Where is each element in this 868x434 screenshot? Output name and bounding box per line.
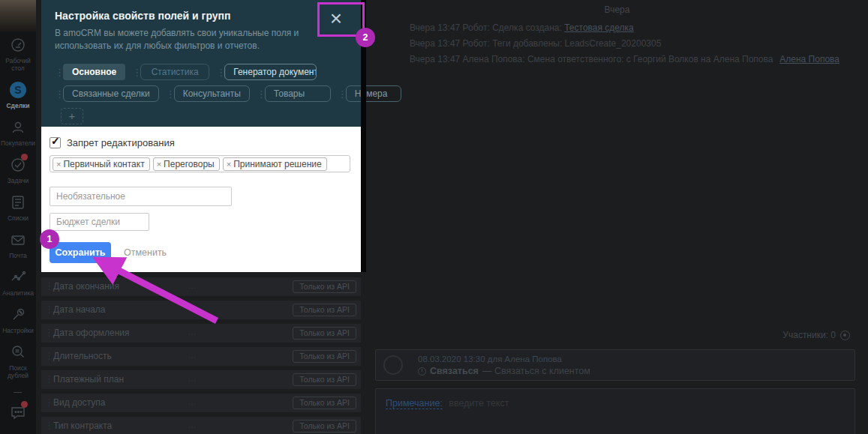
api-only-badge: Только из API [293,350,356,363]
note-input-box[interactable]: Примечание: введите текст [375,388,855,434]
drag-handle-icon[interactable]: ⋮ [55,67,61,78]
sidebar-item-tasks[interactable]: Задачи [0,151,36,189]
api-only-badge: Только из API [293,304,356,316]
note-placeholder: введите текст [449,398,509,409]
remove-tag-icon[interactable]: × [56,160,61,169]
buyers-icon [0,119,36,137]
sidebar-item-desktop[interactable]: Рабочий стол [0,31,36,76]
field-name-input[interactable] [50,187,232,206]
dashboard-icon [0,37,36,55]
sidebar-item-analytics[interactable]: Аналитика [0,264,36,301]
drag-handle-icon[interactable]: ⋮ [338,88,344,100]
row-dots-icon: … [188,277,197,294]
sidebar-item-label: Аналитика [0,289,36,297]
eye-icon[interactable] [840,331,850,340]
field-row: ⋮ Дата оформления … Только из API [41,324,361,343]
tasks-badge [21,154,28,160]
participants-label: Участники: 0 [782,330,836,340]
sidebar-item-lists[interactable]: Списки [0,189,36,226]
feed-event: Вчера 13:47 Робот: Теги добавлены: Leads… [410,38,661,49]
edit-forbidden-checkbox-row[interactable]: ✓ Запрет редактирования [50,137,350,148]
row-dots-icon: … [188,394,197,410]
activity-panel: Вчера Вчера 13:47 Робот: Сделка создана:… [366,0,868,434]
note-type-selector[interactable]: Примечание: [386,398,443,409]
tab-doc-generator[interactable]: Генератор документов [224,64,317,80]
stages-tags-field[interactable]: × Первичный контакт × Переговоры × Прини… [50,155,350,172]
deal-link[interactable]: Тестовая сделка [564,22,634,33]
cancel-button[interactable]: Отменить [124,247,167,258]
drag-handle-icon[interactable]: ⋮ [166,88,172,100]
api-only-badge: Только из API [293,420,356,433]
tab-secondary[interactable]: Номера [346,85,401,102]
sidebar-item-label: Сделки [0,102,36,109]
tab-main[interactable]: Основное [63,64,125,80]
budget-input[interactable] [50,213,149,231]
sidebar-more-icon[interactable]: — [0,384,36,399]
tab-secondary[interactable]: Консультанты [174,85,250,102]
duplicate-search-icon [0,344,36,362]
checkbox-label: Запрет редактирования [67,137,175,148]
field-row: ⋮ Дата начала … Только из API [41,301,361,319]
tab-secondary[interactable]: Товары [265,85,331,102]
user-link[interactable]: Алена Попова [779,54,839,64]
app-root: Рабочий стол S Сделки Покупатели Задачи [0,0,868,434]
api-only-badge: Только из API [293,373,356,386]
feed-event-text: Вчера 13:47 Робот: Сделка создана: [410,22,564,33]
task-line: Связаться — Связаться с клиентом [418,366,590,376]
sidebar: Рабочий стол S Сделки Покупатели Задачи [0,0,36,434]
field-row: ⋮ Длительность … Только из API [41,347,361,366]
field-row-label: Длительность [53,347,112,366]
deals-icon: S [0,82,36,100]
modal-subtitle: В amoCRM вы можете добавлять свои уникал… [55,27,343,52]
tasks-icon [0,157,36,175]
chat-icon [0,404,36,422]
clock-icon [418,367,426,376]
field-row-label: Платежный план [53,370,124,389]
checkmark-icon: ✓ [51,135,60,147]
tab-statistics[interactable]: Статистика [140,64,209,80]
tag-label: Переговоры [164,159,215,169]
support-chat-button[interactable] [0,399,36,427]
tag-chip[interactable]: × Переговоры [153,157,220,171]
sidebar-item-settings[interactable]: Настройки [0,301,36,339]
close-icon[interactable]: × [322,5,350,32]
annotation-step-2: 2 [356,28,375,47]
remove-tag-icon[interactable]: × [157,160,161,169]
task-card[interactable]: 08.03.2020 13:30 для Алена Попова Связат… [375,349,855,381]
tab-secondary[interactable]: Связанные сделки [63,85,159,102]
avatar [383,355,403,375]
sidebar-item-label: Задачи [0,177,36,184]
sidebar-item-label: Поиск дублей [0,364,36,379]
tag-chip[interactable]: × Первичный контакт [53,157,150,171]
modal-form: ✓ Запрет редактирования × Первичный конт… [41,127,361,272]
tag-chip[interactable]: × Принимают решение [223,157,327,171]
modal-title: Настройка свойств полей и групп [55,10,347,22]
drag-handle-icon[interactable]: ⋮ [55,88,61,100]
add-tab-button[interactable]: + [61,108,83,124]
participants-row: Участники: 0 [782,330,850,340]
sidebar-item-label: Почта [0,252,36,259]
workspace-thumbnail[interactable] [0,0,36,31]
tag-label: Принимают решение [233,159,321,169]
feed-event: Вчера 13:47 Робот: Сделка создана: Тесто… [410,22,634,33]
sidebar-item-label: Настройки [0,327,36,334]
save-button[interactable]: Сохранить [50,242,111,263]
task-type: Связаться [430,366,479,376]
sidebar-item-mail[interactable]: Почта [0,226,36,264]
drag-handle-icon[interactable]: ⋮ [216,67,222,78]
modal-actions: Сохранить Отменить [50,242,350,263]
modal-header: Настройка свойств полей и групп В amoCRM… [41,0,361,127]
sidebar-item-deals[interactable]: S Сделки [0,76,36,114]
sidebar-item-label: Покупатели [0,139,36,147]
sidebar-item-buyers[interactable]: Покупатели [0,114,36,151]
field-row: ⋮ Платежный план … Только из API [41,370,361,389]
drag-handle-icon[interactable]: ⋮ [257,88,263,100]
sidebar-item-duplicates[interactable]: Поиск дублей [0,339,36,384]
field-row-label: Дата окончания [53,277,119,296]
remove-tag-icon[interactable]: × [227,160,231,169]
tabs-primary: ⋮ Основное ⋮ Статистика ⋮ Генератор доку… [55,64,347,80]
field-row-label: Дата оформления [53,324,130,343]
drag-handle-icon[interactable]: ⋮ [132,67,138,78]
checkbox[interactable]: ✓ [50,137,61,148]
field-row-label: Дата начала [53,301,106,319]
